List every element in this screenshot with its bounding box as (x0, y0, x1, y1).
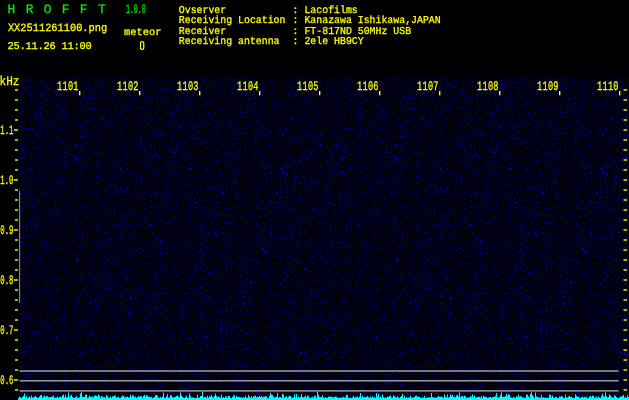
svg-text:: 2ele HB9CY: : 2ele HB9CY (293, 36, 365, 48)
svg-text:1105: 1105 (297, 79, 319, 94)
svg-text:Receiving antenna: Receiving antenna (179, 36, 280, 48)
svg-text:XX2511261100.png: XX2511261100.png (8, 23, 107, 35)
svg-text:1109: 1109 (537, 79, 559, 94)
svg-text:0.7: 0.7 (0, 323, 13, 338)
svg-text:1101: 1101 (57, 79, 79, 94)
svg-text:0.8: 0.8 (0, 273, 13, 288)
svg-text:1110: 1110 (597, 79, 619, 94)
svg-text:1.1: 1.1 (0, 123, 13, 138)
svg-text:H R O F F T: H R O F F T (8, 2, 107, 17)
svg-text:1108: 1108 (477, 79, 499, 94)
svg-text:1102: 1102 (117, 79, 139, 94)
svg-text:1106: 1106 (357, 79, 379, 94)
svg-text:meteor: meteor (124, 27, 161, 39)
svg-text:1.0: 1.0 (0, 173, 13, 188)
svg-text:1103: 1103 (177, 79, 199, 94)
svg-text:1.0.0: 1.0.0 (126, 2, 146, 17)
svg-text:0.6: 0.6 (0, 373, 13, 388)
svg-text:1107: 1107 (417, 79, 439, 94)
svg-text:1104: 1104 (237, 79, 259, 94)
svg-text:0.9: 0.9 (0, 223, 13, 238)
svg-text:kHz: kHz (0, 74, 19, 89)
svg-text:25.11.26 11:00: 25.11.26 11:00 (8, 41, 92, 53)
